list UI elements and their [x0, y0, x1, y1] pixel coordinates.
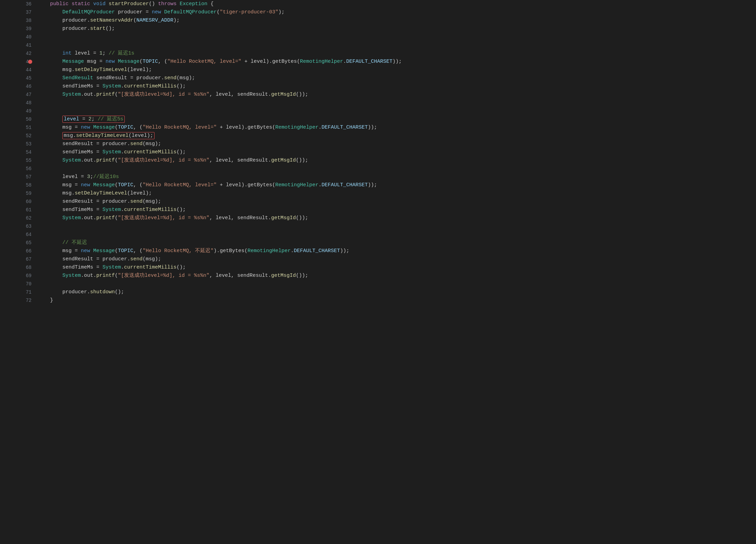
code-line-72: 72 } — [7, 296, 756, 305]
code-line-39: 39 producer.start(); — [7, 25, 756, 33]
line-code-52: msg.setDelayTimeLevel(level); — [38, 132, 155, 140]
line-number-59: 59 — [7, 189, 38, 198]
code-line-64: 64 — [7, 230, 756, 239]
line-code-72: } — [38, 296, 53, 304]
line-number-69: 69 — [7, 272, 38, 280]
line-number-62: 62 — [7, 214, 38, 222]
line-code-68: sendTimeMs = System.currentTimeMillis(); — [38, 263, 186, 271]
line-code-44: msg.setDelayTimeLevel(level); — [38, 66, 152, 74]
code-line-56: 56 — [7, 165, 756, 173]
line-number-65: 65 — [7, 239, 38, 247]
line-number-70: 70 — [7, 280, 38, 288]
line-code-37: DefaultMQProducer producer = new Default… — [38, 8, 284, 16]
line-number-37: 37 — [7, 8, 38, 16]
line-number-48: 48 — [7, 99, 38, 107]
code-line-63: 63 — [7, 222, 756, 230]
line-number-68: 68 — [7, 263, 38, 272]
line-number-47: 47 — [7, 91, 38, 99]
code-line-41: 41 — [7, 41, 756, 49]
line-code-39: producer.start(); — [38, 25, 115, 33]
code-line-46: 46 sendTimeMs = System.currentTimeMillis… — [7, 82, 756, 91]
code-line-65: 65 // 不延迟 — [7, 239, 756, 247]
code-line-37: 37 DefaultMQProducer producer = new Defa… — [7, 8, 756, 16]
code-line-36: 36 public static void startProducer() th… — [7, 0, 756, 8]
code-line-40: 40 — [7, 33, 756, 41]
line-number-54: 54 — [7, 148, 38, 156]
code-line-54: 54 sendTimeMs = System.currentTimeMillis… — [7, 148, 756, 156]
line-code-43: Message msg = new Message(TOPIC, ("Hello… — [38, 58, 402, 66]
line-number-51: 51 — [7, 123, 38, 132]
line-code-42: int level = 1; // 延迟1s — [38, 49, 134, 57]
line-code-71: producer.shutdown(); — [38, 288, 124, 296]
code-line-62: 62 System.out.printf("[发送成功level=%d], id… — [7, 214, 756, 222]
code-line-48: 48 — [7, 99, 756, 107]
line-code-61: sendTimeMs = System.currentTimeMillis(); — [38, 206, 186, 214]
line-number-44: 44 — [7, 66, 38, 74]
code-editor: 36 public static void startProducer() th… — [0, 0, 756, 544]
code-line-49: 49 — [7, 107, 756, 115]
code-line-43: 43 Message msg = new Message(TOPIC, ("He… — [7, 58, 756, 66]
code-line-51: 51 msg = new Message(TOPIC, ("Hello Rock… — [7, 123, 756, 132]
line-number-40: 40 — [7, 33, 38, 41]
code-line-45: 45 SendResult sendResult = producer.send… — [7, 74, 756, 82]
line-number-49: 49 — [7, 107, 38, 115]
line-number-38: 38 — [7, 16, 38, 25]
line-number-45: 45 — [7, 74, 38, 82]
line-number-43: 43 — [7, 58, 38, 66]
line-number-67: 67 — [7, 255, 38, 263]
line-number-52: 52 — [7, 132, 38, 140]
line-number-61: 61 — [7, 206, 38, 214]
line-code-36: public static void startProducer() throw… — [38, 0, 214, 8]
line-number-39: 39 — [7, 25, 38, 33]
code-line-42: 42 int level = 1; // 延迟1s — [7, 49, 756, 58]
line-number-55: 55 — [7, 156, 38, 165]
line-number-63: 63 — [7, 222, 38, 230]
line-code-47: System.out.printf("[发送成功level=%d], id = … — [38, 91, 308, 98]
line-code-62: System.out.printf("[发送成功level=%d], id = … — [38, 214, 308, 222]
line-number-36: 36 — [7, 0, 38, 8]
line-code-51: msg = new Message(TOPIC, ("Hello RocketM… — [38, 123, 377, 131]
line-code-60: sendResult = producer.send(msg); — [38, 198, 161, 205]
line-code-58: msg = new Message(TOPIC, ("Hello RocketM… — [38, 181, 377, 189]
line-number-57: 57 — [7, 173, 38, 181]
line-code-55: System.out.printf("[发送成功level=%d], id = … — [38, 156, 308, 164]
code-line-52: 52 msg.setDelayTimeLevel(level); — [7, 132, 756, 140]
code-line-58: 58 msg = new Message(TOPIC, ("Hello Rock… — [7, 181, 756, 189]
breakpoint-43 — [28, 60, 32, 64]
line-code-57: level = 3;//延迟10s — [38, 173, 119, 181]
line-number-64: 64 — [7, 230, 38, 239]
code-line-68: 68 sendTimeMs = System.currentTimeMillis… — [7, 263, 756, 272]
line-code-69: System.out.printf("[发送成功level=%d], id = … — [38, 272, 308, 280]
code-line-44: 44 msg.setDelayTimeLevel(level); — [7, 66, 756, 74]
line-number-72: 72 — [7, 296, 38, 305]
code-line-55: 55 System.out.printf("[发送成功level=%d], id… — [7, 156, 756, 165]
line-code-45: SendResult sendResult = producer.send(ms… — [38, 74, 195, 82]
code-line-61: 61 sendTimeMs = System.currentTimeMillis… — [7, 206, 756, 214]
code-line-70: 70 — [7, 280, 756, 288]
code-line-71: 71 producer.shutdown(); — [7, 288, 756, 296]
line-code-65: // 不延迟 — [38, 239, 87, 247]
code-line-57: 57 level = 3;//延迟10s — [7, 173, 756, 181]
line-code-54: sendTimeMs = System.currentTimeMillis(); — [38, 148, 186, 156]
code-line-53: 53 sendResult = producer.send(msg); — [7, 140, 756, 148]
line-code-50: level = 2; // 延迟5s — [38, 115, 125, 123]
line-number-71: 71 — [7, 288, 38, 296]
line-code-67: sendResult = producer.send(msg); — [38, 255, 161, 263]
line-number-46: 46 — [7, 82, 38, 91]
code-line-59: 59 msg.setDelayTimeLevel(level); — [7, 189, 756, 198]
code-content: 36 public static void startProducer() th… — [0, 0, 756, 544]
line-code-66: msg = new Message(TOPIC, ("Hello RocketM… — [38, 247, 349, 255]
line-number-60: 60 — [7, 198, 38, 206]
code-line-47: 47 System.out.printf("[发送成功level=%d], id… — [7, 91, 756, 99]
line-number-53: 53 — [7, 140, 38, 148]
line-number-50: 50 — [7, 115, 38, 123]
line-number-66: 66 — [7, 247, 38, 255]
line-number-42: 42 — [7, 49, 38, 58]
line-number-41: 41 — [7, 41, 38, 49]
code-line-60: 60 sendResult = producer.send(msg); — [7, 198, 756, 206]
code-line-38: 38 producer.setNamesrvAddr(NAMESRV_ADDR)… — [7, 16, 756, 25]
code-line-67: 67 sendResult = producer.send(msg); — [7, 255, 756, 263]
code-line-50: 50 level = 2; // 延迟5s — [7, 115, 756, 123]
code-line-66: 66 msg = new Message(TOPIC, ("Hello Rock… — [7, 247, 756, 255]
line-code-59: msg.setDelayTimeLevel(level); — [38, 189, 152, 197]
